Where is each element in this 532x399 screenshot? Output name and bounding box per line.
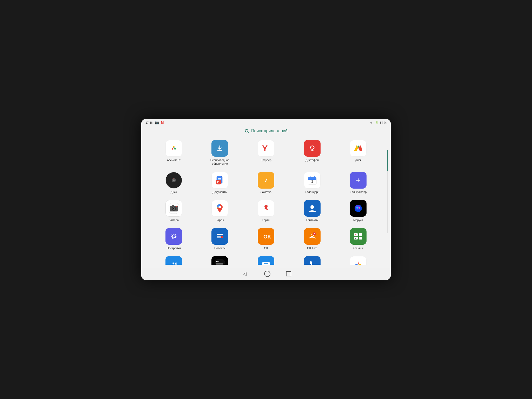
app-item-camera[interactable]: Камера bbox=[152, 197, 196, 223]
app-item-ok[interactable]: OK ОК bbox=[244, 225, 288, 251]
search-bar[interactable]: Поиск приложений bbox=[141, 126, 391, 137]
app-item-contacts[interactable]: Контакты bbox=[290, 197, 334, 223]
ok-live-icon bbox=[304, 228, 321, 245]
calendar-icon: 1 bbox=[304, 172, 321, 189]
app-item-applist[interactable]: APPLIST Приложения bbox=[198, 254, 242, 265]
contacts-label: Контакты bbox=[306, 218, 318, 222]
bottom-nav: ◁ bbox=[141, 267, 391, 280]
app-item-ok-live[interactable]: OK Live bbox=[290, 225, 334, 251]
app-item-dictaphone[interactable]: Диктофон bbox=[290, 137, 334, 167]
app-item-maps-google[interactable]: Карты bbox=[198, 197, 242, 223]
drive-icon bbox=[350, 140, 367, 157]
app-item-mail[interactable]: @ Почта Mail.ru bbox=[152, 254, 196, 265]
dictaphone-label: Диктофон bbox=[305, 158, 319, 162]
drive-label: Диск bbox=[355, 158, 361, 162]
recent-button[interactable] bbox=[286, 271, 291, 276]
app-item-messages[interactable]: Сообщения bbox=[244, 254, 288, 265]
browser-icon: Y bbox=[258, 140, 274, 157]
app-grid: Ассистент Беспроводное обновление Y Брау… bbox=[141, 137, 391, 265]
news-icon bbox=[211, 228, 228, 245]
app-item-news[interactable]: Новости bbox=[198, 225, 242, 251]
svg-rect-20 bbox=[218, 178, 221, 179]
svg-text:OK: OK bbox=[263, 234, 271, 240]
calculator-icon bbox=[350, 172, 367, 189]
note-label: Заметка bbox=[261, 190, 271, 194]
home-button[interactable] bbox=[264, 271, 270, 277]
app-item-docs[interactable]: D Документы bbox=[198, 169, 242, 195]
svg-rect-87 bbox=[262, 262, 270, 265]
note-icon bbox=[258, 172, 274, 189]
battery-percent: 54 % bbox=[380, 121, 387, 124]
ok-label: ОК bbox=[264, 246, 268, 250]
svg-rect-81 bbox=[216, 263, 223, 264]
svg-point-40 bbox=[173, 208, 174, 209]
app-item-marusia[interactable]: Маруся bbox=[336, 197, 380, 223]
svg-point-52 bbox=[356, 207, 358, 209]
solitaire-icon: ♥♠♣♦ bbox=[350, 228, 367, 245]
contacts-icon bbox=[304, 200, 321, 217]
svg-rect-82 bbox=[216, 264, 223, 265]
svg-point-0 bbox=[371, 123, 371, 124]
app-item-assistant[interactable]: Ассистент bbox=[152, 137, 196, 167]
svg-rect-58 bbox=[217, 236, 221, 237]
wireless-update-icon bbox=[211, 140, 228, 157]
calendar-label: Календарь bbox=[305, 190, 320, 194]
dictaphone-icon bbox=[304, 140, 321, 157]
marusia-icon bbox=[350, 200, 367, 217]
svg-rect-60 bbox=[221, 236, 223, 238]
disk-icon bbox=[165, 172, 182, 189]
camera-icon bbox=[165, 200, 182, 217]
status-left: 17:46 📷 M bbox=[145, 121, 164, 124]
svg-text:1: 1 bbox=[311, 179, 313, 184]
app-item-photos[interactable]: Фото bbox=[336, 254, 380, 265]
app-item-note[interactable]: Заметка bbox=[244, 169, 288, 195]
calculator-label: Калькулятор bbox=[350, 190, 367, 194]
docs-label: Документы bbox=[212, 190, 227, 194]
app-item-phone[interactable]: Телефон bbox=[290, 254, 334, 265]
svg-rect-10 bbox=[307, 143, 317, 153]
app-item-solitaire[interactable]: ♥♠♣♦ пасьянс bbox=[336, 225, 380, 251]
applist-icon: APPLIST bbox=[211, 256, 228, 265]
tablet-screen: 17:46 📷 M 🔋 54 % Поиск приложений Ассист… bbox=[141, 119, 391, 280]
scrollbar[interactable] bbox=[387, 150, 388, 233]
svg-rect-90 bbox=[307, 259, 317, 265]
svg-point-51 bbox=[355, 205, 362, 212]
svg-point-17 bbox=[173, 178, 174, 178]
instagram-icon: 📷 bbox=[155, 121, 159, 124]
maps-yandex-label: Карты bbox=[262, 218, 270, 222]
assistant-icon bbox=[165, 140, 182, 157]
svg-text:♦: ♦ bbox=[360, 237, 361, 239]
app-item-drive[interactable]: Диск bbox=[336, 137, 380, 167]
wireless-update-label: Беспроводное обновление bbox=[209, 158, 230, 166]
photos-icon bbox=[350, 256, 367, 265]
app-item-calendar[interactable]: 1 Календарь bbox=[290, 169, 334, 195]
svg-text:LIST: LIST bbox=[217, 262, 220, 263]
app-item-calculator[interactable]: Калькулятор bbox=[336, 169, 380, 195]
svg-text:@: @ bbox=[171, 261, 177, 265]
app-item-wireless-update[interactable]: Беспроводное обновление bbox=[198, 137, 242, 167]
docs-icon: D bbox=[211, 172, 228, 189]
svg-point-43 bbox=[218, 206, 221, 208]
app-item-disk[interactable]: Диск bbox=[152, 169, 196, 195]
back-button[interactable]: ◁ bbox=[241, 270, 249, 278]
browser-label: Браузер bbox=[261, 158, 271, 162]
phone-icon bbox=[304, 256, 321, 265]
svg-point-1 bbox=[245, 129, 248, 132]
scrollbar-thumb[interactable] bbox=[387, 150, 388, 171]
svg-text:A: A bbox=[267, 208, 268, 210]
app-item-maps-yandex[interactable]: A Карты bbox=[244, 197, 288, 223]
search-icon bbox=[244, 129, 249, 133]
disk-label: Диск bbox=[171, 190, 177, 194]
svg-text:♥: ♥ bbox=[355, 234, 356, 236]
status-bar: 17:46 📷 M 🔋 54 % bbox=[141, 119, 391, 126]
svg-text:♣: ♣ bbox=[355, 237, 356, 239]
svg-point-16 bbox=[173, 179, 175, 181]
svg-line-26 bbox=[264, 182, 265, 182]
assistant-label: Ассистент bbox=[167, 158, 181, 162]
svg-line-2 bbox=[248, 132, 249, 133]
svg-point-42 bbox=[176, 206, 177, 207]
ok-icon: OK bbox=[258, 228, 274, 245]
app-item-settings[interactable]: Настройки bbox=[152, 225, 196, 251]
gmail-icon: M bbox=[161, 121, 164, 124]
app-item-browser[interactable]: Y Браузер bbox=[244, 137, 288, 167]
